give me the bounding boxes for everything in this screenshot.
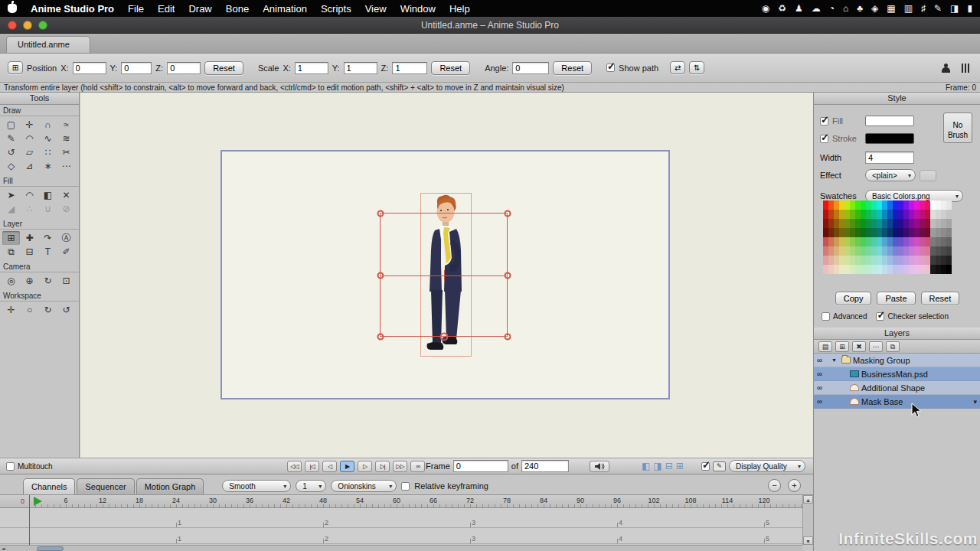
scroll-down-icon[interactable]: ▼ [803, 536, 813, 545]
relative-keyframing-checkbox[interactable] [401, 482, 410, 491]
swatch-2-13[interactable] [893, 219, 898, 228]
swatch-0-3[interactable] [839, 201, 844, 210]
rotate-points-tool[interactable]: ∩ [39, 118, 57, 132]
scale-x-field[interactable] [295, 62, 328, 74]
union-shapes-tool[interactable]: ∪ [39, 202, 57, 216]
swatch-3-15[interactable] [903, 228, 909, 237]
transform-shape-tool[interactable]: ⊿ [21, 159, 38, 173]
swatch-4-20[interactable] [930, 237, 936, 246]
more-options-button[interactable]: ⋯ [869, 341, 883, 352]
swatch-2-15[interactable] [903, 219, 909, 228]
transform-layer-tool[interactable]: ⊞ [2, 231, 20, 245]
total-frames-field[interactable] [521, 460, 569, 472]
swatch-4-17[interactable] [914, 237, 920, 246]
canvas[interactable] [80, 93, 813, 458]
display-icon[interactable]: ◉ [762, 0, 769, 17]
swatch-5-13[interactable] [893, 246, 898, 256]
swatch-7-2[interactable] [834, 265, 839, 274]
swatch-3-0[interactable] [823, 228, 828, 237]
fill-checkbox[interactable] [820, 117, 828, 126]
swatch-3-14[interactable] [898, 228, 903, 237]
blob-brush-tool[interactable]: ≋ [57, 132, 75, 145]
curvature-tool[interactable]: ◠ [21, 132, 38, 145]
timeline-tracks[interactable]: 12345 12345 [0, 508, 802, 545]
position-z-field[interactable] [167, 62, 201, 74]
swatch-2-9[interactable] [871, 219, 877, 228]
swatch-2-23[interactable] [946, 219, 952, 228]
swatch-1-3[interactable] [839, 210, 844, 219]
swatch-0-23[interactable] [946, 201, 952, 210]
swatch-6-16[interactable] [909, 256, 914, 265]
timeline-vertical-scrollbar[interactable]: ▲ ▼ [802, 495, 813, 545]
battery-icon[interactable]: ▮ [967, 0, 972, 17]
swatch-1-10[interactable] [877, 210, 882, 219]
swatch-6-23[interactable] [946, 256, 952, 265]
swatch-3-13[interactable] [893, 228, 898, 237]
eraser-tool[interactable]: ▱ [21, 145, 38, 159]
swatch-4-8[interactable] [866, 237, 871, 246]
swatch-5-21[interactable] [936, 246, 941, 256]
onionskins-dropdown[interactable]: Onionskins [331, 480, 397, 492]
quality-edit-icon[interactable]: ✎ [713, 461, 726, 471]
swatch-0-5[interactable] [850, 201, 855, 210]
layer-row-masking-group[interactable]: ∞▼Masking Group [814, 354, 980, 367]
swatch-6-3[interactable] [839, 256, 844, 265]
swatch-4-21[interactable] [936, 237, 941, 246]
fill-color-swatch[interactable] [865, 116, 914, 126]
quality-checkbox[interactable] [701, 462, 710, 471]
origin-handle[interactable] [440, 333, 449, 341]
swatch-0-16[interactable] [909, 201, 914, 210]
menu-file[interactable]: File [128, 3, 144, 15]
swatch-7-20[interactable] [930, 265, 936, 274]
swatch-5-22[interactable] [941, 246, 946, 256]
swatch-2-16[interactable] [909, 219, 914, 228]
pan-tilt-camera-tool[interactable]: ⊡ [57, 274, 75, 288]
swatch-2-19[interactable] [925, 219, 930, 228]
menu-edit[interactable]: Edit [158, 3, 175, 15]
select-shape-tool[interactable]: ➤ [2, 188, 20, 202]
grid-icon[interactable]: ▦ [887, 0, 895, 17]
pan-workspace-tool[interactable]: ✛ [2, 303, 20, 317]
clock-icon[interactable]: ◔ [829, 0, 835, 17]
zoom-camera-tool[interactable]: ⊕ [21, 274, 38, 288]
swatch-5-2[interactable] [834, 246, 839, 256]
swatch-6-10[interactable] [877, 256, 882, 265]
checker-selection-checkbox[interactable] [876, 312, 884, 321]
swatch-6-11[interactable] [882, 256, 887, 265]
swatch-3-9[interactable] [871, 228, 877, 237]
width-field[interactable] [865, 152, 914, 164]
swatch-0-17[interactable] [914, 201, 920, 210]
swatch-2-6[interactable] [855, 219, 861, 228]
handle-mid-left[interactable] [377, 272, 384, 279]
swatch-3-10[interactable] [877, 228, 882, 237]
swatch-4-10[interactable] [877, 237, 882, 246]
track-row[interactable]: 12345 [0, 528, 802, 544]
rotate-layer-tool[interactable]: ↷ [39, 231, 57, 245]
swatch-5-18[interactable] [920, 246, 925, 256]
user-icon[interactable] [941, 64, 951, 73]
curve-profile-tool[interactable]: ∴ [21, 202, 38, 216]
scale-y-field[interactable] [344, 62, 377, 74]
position-x-field[interactable] [73, 62, 106, 74]
swatch-4-23[interactable] [946, 237, 952, 246]
interpolation-dropdown[interactable]: Smooth [222, 480, 291, 492]
swatch-7-23[interactable] [946, 265, 952, 274]
swatch-1-21[interactable] [936, 210, 941, 219]
swatch-5-19[interactable] [925, 246, 930, 256]
swatch-5-9[interactable] [871, 246, 877, 256]
swatch-2-5[interactable] [850, 219, 855, 228]
visibility-icon[interactable]: ∞ [817, 383, 829, 392]
swatch-2-2[interactable] [834, 219, 839, 228]
swatch-2-18[interactable] [920, 219, 925, 228]
visibility-icon[interactable]: ∞ [817, 370, 829, 378]
menu-help[interactable]: Help [449, 3, 470, 15]
document-tab[interactable]: Untitled.anme [6, 36, 90, 53]
swatch-7-12[interactable] [887, 265, 893, 274]
menu-window[interactable]: Window [400, 3, 436, 15]
roll-camera-tool[interactable]: ↻ [39, 274, 57, 288]
handle-top-left[interactable] [377, 210, 384, 217]
rotate-workspace-tool[interactable]: ↻ [39, 303, 57, 317]
multitouch-checkbox[interactable] [6, 462, 15, 471]
layer-dropdown-icon[interactable]: ▾ [973, 398, 977, 406]
flip-layer-tool[interactable]: ⊟ [21, 245, 38, 259]
